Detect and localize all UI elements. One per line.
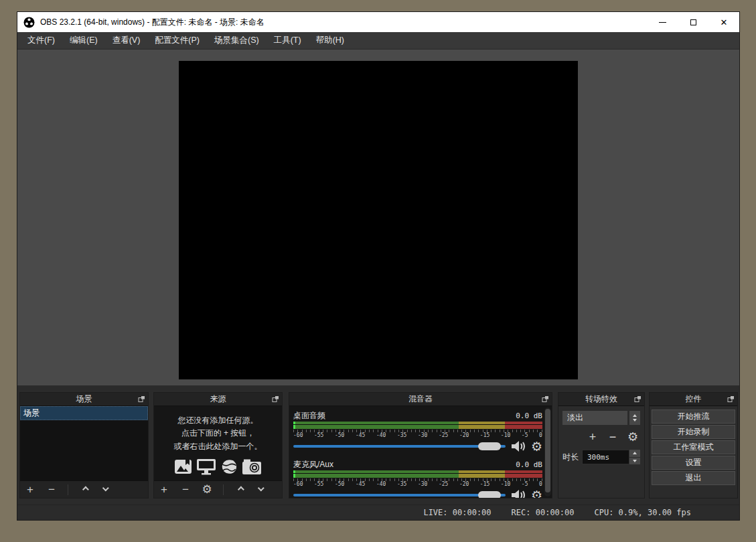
scene-down-button[interactable] [100,484,112,496]
source-type-icons [174,458,262,475]
duration-label: 时长 [562,452,579,463]
menu-help[interactable]: 帮助(H) [309,32,352,49]
menu-file[interactable]: 文件(F) [20,32,62,49]
slider-track [293,445,506,448]
scenes-panel-header[interactable]: 场景 [20,393,148,406]
panel-float-icon[interactable] [542,395,549,403]
image-source-icon [174,458,192,475]
channel-db-value: 0.0 dB [516,460,542,469]
close-icon: ✕ [721,18,728,27]
duration-spinner[interactable] [629,450,640,464]
empty-state-line: 或者右击此处添加一个。 [174,440,262,453]
window-title: OBS 23.2.1 (64-bit, windows) - 配置文件: 未命名… [40,17,264,28]
remove-transition-button[interactable]: − [607,431,619,443]
duration-down-button[interactable] [629,458,640,465]
remove-scene-button[interactable]: − [46,484,58,496]
controls-panel-title: 控件 [650,393,737,405]
chevron-down-icon [102,484,108,491]
panel-float-icon[interactable] [727,395,735,403]
spinner-down-icon [633,419,637,422]
start-streaming-button[interactable]: 开始推流 [652,410,735,424]
source-up-button[interactable] [234,484,246,496]
mixer-channel-desktop-audio: 桌面音频 0.0 dB -60-55-50-45-40-35-30-25-20-… [293,410,542,454]
source-properties-button[interactable]: ⚙ [201,484,213,496]
transitions-panel-header[interactable]: 转场特效 [558,393,644,406]
controls-panel-header[interactable]: 控件 [650,393,737,406]
sources-empty-state[interactable]: 您还没有添加任何源。 点击下面的 + 按钮， 或者右击此处添加一个。 [154,406,282,480]
settings-button[interactable]: 设置 [652,456,735,470]
scene-list[interactable]: 场景 [20,406,148,480]
remove-source-button[interactable]: − [179,484,192,496]
duration-up-button[interactable] [629,450,640,457]
exit-button[interactable]: 退出 [652,471,735,485]
menu-bar: 文件(F) 编辑(E) 查看(V) 配置文件(P) 场景集合(S) 工具(T) … [17,32,739,50]
spinner-down-icon [633,460,637,462]
source-down-button[interactable] [255,484,267,496]
add-source-button[interactable]: + [158,484,170,496]
menu-scene-collection[interactable]: 场景集合(S) [207,32,267,49]
meter-level-indicator [293,470,295,478]
channel-settings-button[interactable]: ⚙ [531,440,542,453]
toolbar-separator [68,484,68,495]
speaker-icon[interactable] [511,440,526,452]
transition-select[interactable]: 淡出 [562,411,627,425]
empty-state-line: 您还没有添加任何源。 [178,414,258,427]
cpu-fps: CPU: 0.9%, 30.00 fps [595,508,692,517]
menu-profile[interactable]: 配置文件(P) [147,32,207,49]
close-button[interactable]: ✕ [708,12,739,32]
volume-meter [293,470,542,478]
add-scene-button[interactable]: + [24,484,36,496]
panel-float-icon[interactable] [272,395,279,403]
mixer-scrollbar-thumb[interactable] [545,409,550,492]
mixer-panel: 混音器 桌面音频 0.0 dB -60-55-50-45-40-35-30-25… [289,392,552,499]
menu-view[interactable]: 查看(V) [105,32,148,49]
volume-slider[interactable] [293,487,506,498]
chevron-up-icon [82,486,88,493]
slider-handle[interactable] [478,442,501,450]
transitions-panel-title: 转场特效 [558,393,644,405]
channel-name: 桌面音频 [293,410,325,422]
panel-float-icon[interactable] [634,395,641,403]
menu-tools[interactable]: 工具(T) [267,32,309,49]
mixer-body: 桌面音频 0.0 dB -60-55-50-45-40-35-30-25-20-… [289,406,552,498]
transition-select-arrows[interactable] [629,411,640,425]
video-canvas[interactable] [179,61,578,379]
sources-panel-title: 来源 [154,393,282,405]
duration-input[interactable]: 300ms [582,450,629,464]
channel-settings-button[interactable]: ⚙ [531,489,542,499]
transitions-panel: 转场特效 淡出 + − ⚙ [558,392,645,499]
start-recording-button[interactable]: 开始录制 [652,425,735,439]
scene-list-item[interactable]: 场景 [20,406,148,420]
empty-state-line: 点击下面的 + 按钮， [181,427,255,440]
mixer-panel-header[interactable]: 混音器 [289,393,552,406]
add-transition-button[interactable]: + [587,431,599,443]
display-source-icon [196,458,216,475]
slider-track [293,494,506,496]
scenes-panel: 场景 场景 + − [19,392,149,499]
live-time: LIVE: 00:00:00 [423,508,491,517]
channel-db-value: 0.0 dB [516,412,542,420]
mixer-panel-title: 混音器 [289,393,552,405]
minimize-button[interactable] [647,12,678,32]
panel-float-icon[interactable] [138,395,145,403]
maximize-button[interactable] [678,12,708,32]
speaker-icon[interactable] [511,489,526,498]
channel-name: 麦克风/Aux [293,459,333,470]
minimize-icon [659,22,666,23]
chevron-down-icon [257,484,264,491]
status-bar: LIVE: 00:00:00 REC: 00:00:00 CPU: 0.9%, … [17,505,739,520]
studio-mode-button[interactable]: 工作室模式 [652,440,735,454]
menu-edit[interactable]: 编辑(E) [62,32,105,49]
scene-up-button[interactable] [78,484,90,496]
slider-handle[interactable] [478,491,501,498]
scenes-panel-title: 场景 [20,393,148,405]
sources-panel-header[interactable]: 来源 [154,393,282,406]
preview-area [17,50,739,385]
browser-source-icon [220,458,238,475]
camera-source-icon [242,458,262,475]
controls-panel: 控件 开始推流 开始录制 工作室模式 设置 退出 [649,392,738,499]
volume-slider[interactable] [293,438,506,454]
transition-properties-button[interactable]: ⚙ [627,431,639,443]
mixer-scrollbar[interactable] [544,408,551,496]
chevron-up-icon [237,486,244,493]
